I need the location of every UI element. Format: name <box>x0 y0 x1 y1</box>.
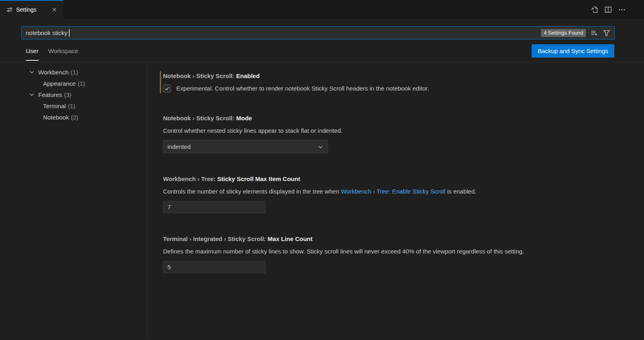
tab-user[interactable]: User <box>26 39 39 62</box>
editor-tab-bar: Settings <box>0 0 644 19</box>
toc-item-appearance[interactable]: Appearance (1) <box>0 78 147 89</box>
settings-body: Workbench (1) Appearance (1) Features (3… <box>0 62 644 340</box>
toc-label: Notebook <box>43 114 69 121</box>
tab-workspace-label: Workspace <box>48 47 78 54</box>
settings-list: Notebook › Sticky Scroll: Enabled Experi… <box>147 62 644 340</box>
setting-select-mode[interactable]: indented <box>163 140 328 153</box>
split-editor-icon <box>604 6 612 14</box>
toc-label: Appearance <box>43 80 76 87</box>
setting-title: Notebook › Sticky Scroll: Mode <box>163 114 628 122</box>
toc-item-workbench[interactable]: Workbench (1) <box>0 66 147 78</box>
toc-count: (1) <box>71 69 78 76</box>
setting-number-input-max-item-count[interactable] <box>163 201 266 213</box>
setting-title: Notebook › Sticky Scroll: Enabled <box>163 72 628 80</box>
clear-search-results-button[interactable] <box>590 29 599 37</box>
tab-user-label: User <box>26 47 39 54</box>
modified-setting-indicator <box>160 71 161 93</box>
setting-category: Notebook › Sticky Scroll: <box>163 72 235 79</box>
tab-workspace[interactable]: Workspace <box>48 39 78 62</box>
scope-tabs: User Workspace <box>26 39 78 62</box>
editor-actions <box>590 0 644 19</box>
select-value: indented <box>167 143 191 150</box>
settings-sliders-icon <box>6 6 13 13</box>
setting-row-terminal-sticky-scroll-max-line-count: Terminal › Integrated › Sticky Scroll: M… <box>163 235 628 273</box>
setting-row-tree-sticky-scroll-max-item-count: Workbench › Tree: Sticky Scroll Max Item… <box>163 175 628 213</box>
toc-label: Workbench <box>38 69 69 76</box>
setting-row-notebook-sticky-scroll-mode: Notebook › Sticky Scroll: Mode Control w… <box>163 114 628 153</box>
chevron-down-icon[interactable] <box>29 91 35 98</box>
toc-count: (2) <box>71 114 78 121</box>
results-count-badge: 4 Settings Found <box>541 29 586 37</box>
setting-name: Sticky Scroll Max Item Count <box>217 175 300 182</box>
clear-search-results-icon <box>590 29 598 37</box>
toc-label: Terminal <box>43 103 66 109</box>
chevron-down-icon <box>317 144 324 150</box>
text-caret <box>69 29 70 37</box>
check-icon <box>164 86 170 91</box>
toc-label: Features <box>38 91 62 98</box>
toc-count: (1) <box>68 103 75 109</box>
close-icon <box>52 7 57 12</box>
toc-count: (3) <box>64 91 71 98</box>
filter-settings-button[interactable] <box>602 29 611 37</box>
description-text: Controls the number of sticky elements d… <box>163 188 341 195</box>
backup-sync-settings-button[interactable]: Backup and Sync Settings <box>532 44 614 58</box>
setting-category: Notebook › Sticky Scroll: <box>163 115 235 122</box>
setting-name: Mode <box>236 115 252 122</box>
setting-description: Experimental. Control whether to render … <box>176 84 429 93</box>
settings-search-input[interactable]: notebook sticky 4 Settings Found <box>21 26 615 39</box>
checkbox-row: Experimental. Control whether to render … <box>163 84 628 93</box>
active-tab-indicator <box>0 0 63 1</box>
description-text: is enabled. <box>446 188 477 195</box>
setting-link[interactable]: Workbench › Tree: Enable Sticky Scroll <box>341 188 446 195</box>
more-actions-icon <box>618 6 626 14</box>
search-controls: 4 Settings Found <box>541 29 611 37</box>
tab-title: Settings <box>16 6 37 13</box>
setting-name: Enabled <box>236 72 260 79</box>
open-settings-json-icon <box>590 6 599 14</box>
close-tab-button[interactable] <box>50 6 58 14</box>
split-editor-button[interactable] <box>604 5 613 14</box>
settings-toc: Workbench (1) Appearance (1) Features (3… <box>0 62 147 340</box>
toc-item-notebook[interactable]: Notebook (2) <box>0 111 147 123</box>
filter-icon <box>603 29 610 37</box>
chevron-down-icon[interactable] <box>29 69 35 75</box>
toc-count: (1) <box>78 80 85 87</box>
open-settings-json-button[interactable] <box>590 5 599 14</box>
settings-header: User Workspace Backup and Sync Settings <box>0 39 644 62</box>
setting-checkbox-checked[interactable] <box>163 84 171 93</box>
setting-description: Control whether nested sticky lines appe… <box>163 127 628 135</box>
settings-search-row: notebook sticky 4 Settings Found <box>0 19 644 39</box>
toc-item-features[interactable]: Features (3) <box>0 89 147 100</box>
toc-item-terminal[interactable]: Terminal (1) <box>0 100 147 111</box>
setting-title: Workbench › Tree: Sticky Scroll Max Item… <box>163 175 628 183</box>
setting-title: Terminal › Integrated › Sticky Scroll: M… <box>163 235 628 243</box>
more-actions-button[interactable] <box>617 5 626 14</box>
setting-description: Defines the maximum number of sticky lin… <box>163 247 628 256</box>
setting-category: Workbench › Tree: <box>163 175 216 182</box>
setting-category: Terminal › Integrated › Sticky Scroll: <box>163 235 266 242</box>
setting-number-input-max-line-count[interactable] <box>163 261 266 273</box>
tab-settings[interactable]: Settings <box>0 0 64 19</box>
setting-row-notebook-sticky-scroll-enabled: Notebook › Sticky Scroll: Enabled Experi… <box>163 72 628 93</box>
setting-description: Controls the number of sticky elements d… <box>163 188 628 196</box>
search-query-text: notebook sticky <box>26 29 67 36</box>
setting-name: Max Line Count <box>268 235 313 242</box>
active-scope-underline <box>26 60 39 61</box>
